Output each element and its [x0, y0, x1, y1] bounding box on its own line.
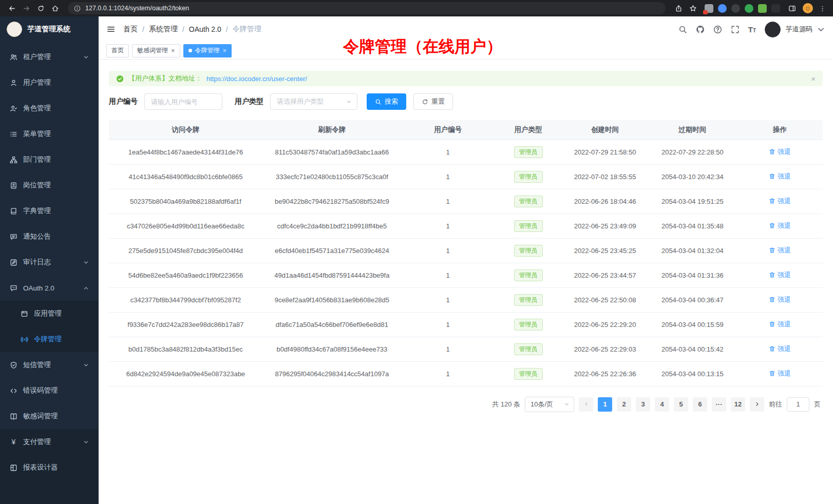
- sidebar-item-user[interactable]: 用户管理: [0, 70, 99, 95]
- force-logout-button[interactable]: 强退: [769, 344, 791, 354]
- sidebar-item-error-code[interactable]: 错误码管理: [0, 378, 99, 403]
- sidebar-item-pay[interactable]: ¥ 支付管理: [0, 429, 99, 455]
- table-row: c347026e805e4d99b0d116eae66eda8c cdfc4ce…: [109, 214, 823, 238]
- force-logout-button[interactable]: 强退: [769, 147, 791, 157]
- page-button-5[interactable]: 5: [674, 397, 688, 412]
- extension-icon-4[interactable]: [745, 4, 753, 13]
- sidebar-collapse-button[interactable]: [106, 25, 116, 34]
- extension-icon-3[interactable]: [731, 4, 740, 13]
- extension-icon-5[interactable]: [771, 4, 780, 13]
- user-avatar[interactable]: [765, 22, 781, 37]
- browser-forward-button[interactable]: [20, 2, 33, 14]
- tab-sensitive-word[interactable]: 敏感词管理 ×: [132, 44, 180, 57]
- main-area: 首页 / 系统管理 / OAuth 2.0 / 令牌管理: [99, 16, 833, 504]
- force-logout-button[interactable]: 强退: [769, 320, 791, 329]
- page-content: 【用户体系】文档地址： https://doc.iocoder.cn/user-…: [99, 60, 833, 504]
- sidebar-item-notice[interactable]: 通知公告: [0, 224, 99, 249]
- sidebar-item-sensitive-word[interactable]: 敏感词管理: [0, 403, 99, 429]
- font-size-icon[interactable]: TT: [748, 25, 756, 34]
- browser-back-button[interactable]: [5, 2, 18, 14]
- breadcrumb-system[interactable]: 系统管理: [149, 25, 178, 34]
- extensions-area: [705, 4, 780, 13]
- sidebar-item-role[interactable]: 角色管理: [0, 95, 99, 121]
- refresh-token-cell: be90422b8c7946218275a508bf524fc9: [262, 189, 402, 214]
- tab-token[interactable]: 令牌管理 ×: [183, 44, 232, 57]
- extension-icon-1[interactable]: [705, 4, 713, 13]
- breadcrumb-separator: /: [182, 25, 184, 33]
- tab-close-icon[interactable]: ×: [223, 47, 227, 54]
- chevron-down-icon[interactable]: [817, 25, 825, 34]
- tab-label: 首页: [111, 46, 124, 55]
- fullscreen-icon[interactable]: [731, 25, 740, 34]
- share-icon[interactable]: [672, 2, 685, 14]
- user-type-cell: 管理员: [495, 312, 562, 337]
- force-logout-button[interactable]: 强退: [769, 369, 791, 378]
- sidebar-item-token[interactable]: 令牌管理: [0, 326, 99, 352]
- browser-home-button[interactable]: [48, 2, 62, 14]
- sidebar-item-dept[interactable]: 部门管理: [0, 147, 99, 172]
- help-icon[interactable]: [713, 25, 722, 34]
- page-button-6[interactable]: 6: [693, 397, 707, 412]
- user-id-input[interactable]: [144, 93, 222, 110]
- force-logout-button[interactable]: 强退: [769, 197, 791, 206]
- browser-reload-button[interactable]: [34, 2, 47, 14]
- sidebar-item-audit-log[interactable]: 审计日志: [0, 249, 99, 275]
- sidebar-item-menu[interactable]: 菜单管理: [0, 121, 99, 147]
- reset-button[interactable]: 重置: [413, 93, 453, 110]
- chevron-up-icon: [83, 285, 89, 291]
- table-header-row: 访问令牌 刷新令牌 用户编号 用户类型 创建时间 过期时间 操作: [109, 120, 823, 140]
- sidebar-item-label: 应用管理: [34, 309, 62, 318]
- force-logout-button[interactable]: 强退: [769, 246, 791, 255]
- sidebar-item-post[interactable]: 岗位管理: [0, 172, 99, 198]
- sidebar-item-report-designer[interactable]: 报表设计器: [0, 455, 99, 480]
- shield-icon: [10, 361, 17, 369]
- force-logout-button[interactable]: 强退: [769, 172, 791, 181]
- github-icon[interactable]: [696, 25, 705, 34]
- breadcrumb-oauth[interactable]: OAuth 2.0: [189, 25, 221, 33]
- side-panel-icon[interactable]: [785, 2, 799, 14]
- username[interactable]: 芋道源码: [786, 25, 812, 34]
- sidebar-item-dict[interactable]: 字典管理: [0, 198, 99, 224]
- puzzle-extension-icon[interactable]: [758, 4, 767, 13]
- col-refresh-token: 刷新令牌: [262, 120, 402, 140]
- app-logo[interactable]: 芋道管理系统: [0, 16, 99, 42]
- bookmark-star-icon[interactable]: [686, 2, 699, 14]
- tab-home[interactable]: 首页: [106, 44, 129, 57]
- sidebar-item-app[interactable]: 应用管理: [0, 301, 99, 326]
- page-button-last[interactable]: 12: [731, 397, 745, 412]
- sidebar-item-tenant[interactable]: 租户管理: [0, 44, 99, 70]
- alert-close-icon[interactable]: ×: [811, 74, 816, 83]
- goto-page-input[interactable]: [787, 397, 809, 412]
- search-button[interactable]: 搜索: [367, 93, 406, 110]
- page-button-2[interactable]: 2: [617, 397, 631, 412]
- user-id-cell: 1: [402, 238, 495, 263]
- sidebar-item-oauth[interactable]: OAuth 2.0: [0, 275, 99, 301]
- browser-profile-avatar[interactable]: ☺: [803, 3, 813, 13]
- force-logout-button[interactable]: 强退: [769, 295, 791, 304]
- tab-label: 敏感词管理: [137, 46, 168, 55]
- extension-icon-2[interactable]: [718, 4, 727, 13]
- more-pages-button[interactable]: ···: [712, 397, 726, 412]
- col-access-token: 访问令牌: [109, 120, 262, 140]
- prev-page-button[interactable]: [579, 397, 593, 412]
- browser-address-bar[interactable]: 127.0.0.1:1024/system/oauth2/token: [68, 2, 666, 14]
- next-page-button[interactable]: [750, 397, 764, 412]
- sidebar-item-label: 令牌管理: [34, 335, 62, 344]
- token-table-body: 1ea5e44f8bc1467aaede43144f31de76 811c530…: [109, 140, 823, 386]
- doc-link[interactable]: https://doc.iocoder.cn/user-center/: [206, 75, 307, 83]
- page-button-1[interactable]: 1: [598, 397, 612, 412]
- user-type-select[interactable]: 请选择用户类型: [270, 93, 357, 110]
- page-button-3[interactable]: 3: [636, 397, 650, 412]
- tab-close-icon[interactable]: ×: [171, 47, 175, 54]
- trash-icon: [769, 173, 775, 180]
- page-size-select[interactable]: 10条/页: [525, 397, 574, 412]
- browser-menu-icon[interactable]: ⋮: [817, 5, 828, 12]
- refresh-token-cell: cdfc4ce9c2da4bb1bdf21b9918ff4be5: [262, 214, 402, 238]
- sidebar-item-sms[interactable]: 短信管理: [0, 352, 99, 378]
- page-button-4[interactable]: 4: [655, 397, 669, 412]
- force-logout-button[interactable]: 强退: [769, 221, 791, 230]
- actions-cell: 强退: [737, 312, 823, 337]
- search-icon[interactable]: [678, 25, 687, 34]
- breadcrumb-home[interactable]: 首页: [123, 25, 138, 34]
- force-logout-button[interactable]: 强退: [769, 270, 791, 280]
